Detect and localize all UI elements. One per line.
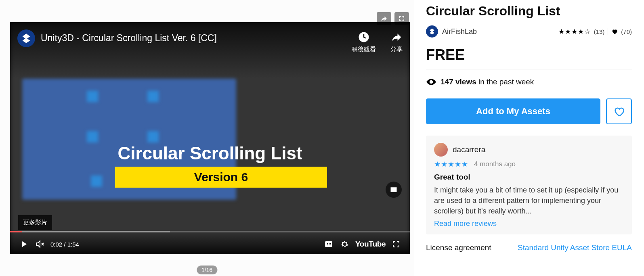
- video-bg-square: [91, 176, 102, 187]
- media-share-button[interactable]: [377, 12, 391, 25]
- divider: [426, 69, 632, 69]
- divider: [608, 28, 608, 35]
- heart-icon: [611, 28, 618, 35]
- review-date: 4 months ago: [474, 160, 516, 168]
- video-bg-square: [147, 131, 159, 142]
- time-display: 0:02 / 1:54: [50, 241, 79, 248]
- more-videos-tag[interactable]: 更多影片: [18, 215, 52, 230]
- license-row: License agreement Standard Unity Asset S…: [426, 243, 632, 252]
- add-to-assets-button[interactable]: Add to My Assets: [426, 98, 600, 124]
- video-bg-square: [147, 91, 159, 102]
- views-count: 147 views: [441, 77, 476, 86]
- settings-button[interactable]: [337, 236, 353, 252]
- captions-button[interactable]: [321, 236, 337, 252]
- video-share-button[interactable]: 分享: [390, 31, 403, 53]
- svg-rect-1: [325, 241, 332, 247]
- video-header: Unity3D - Circular Scrolling List Ver. 6…: [10, 22, 410, 79]
- price: FREE: [426, 46, 632, 63]
- review-avatar[interactable]: [434, 143, 448, 157]
- review-body: It might take you a bit of time to set i…: [434, 185, 624, 216]
- favorite-button[interactable]: [606, 98, 632, 124]
- review-stars: ★★★★★: [434, 160, 468, 169]
- rating-stars[interactable]: ★★★★☆: [558, 27, 591, 36]
- review-card: dacarrera ★★★★★ 4 months ago Great tool …: [426, 136, 632, 234]
- buffered-bar: [10, 231, 170, 232]
- youtube-logo[interactable]: YouTube: [355, 240, 386, 249]
- publisher-name[interactable]: AirFishLab: [442, 27, 477, 36]
- fullscreen-button[interactable]: [388, 236, 404, 252]
- video-overlay-title: Circular Scrolling List: [10, 143, 410, 163]
- media-pager[interactable]: 1/16: [197, 266, 217, 274]
- mute-button[interactable]: [32, 236, 48, 252]
- play-button[interactable]: [16, 236, 32, 252]
- watch-later-button[interactable]: 稍後觀看: [352, 31, 376, 53]
- video-bg-square: [87, 131, 98, 142]
- rating-count: (13): [594, 28, 605, 35]
- license-link[interactable]: Standard Unity Asset Store EULA: [518, 243, 632, 252]
- media-column: Unity3D - Circular Scrolling List Ver. 6…: [0, 0, 414, 276]
- video-title[interactable]: Unity3D - Circular Scrolling List Ver. 6…: [41, 29, 352, 44]
- license-label: License agreement: [426, 243, 491, 252]
- info-column: Circular Scrolling List AirFishLab ★★★★☆…: [414, 0, 644, 276]
- read-more-reviews-link[interactable]: Read more reviews: [434, 220, 497, 228]
- watch-later-label: 稍後觀看: [352, 46, 376, 52]
- pip-button[interactable]: [386, 182, 402, 198]
- publisher-row: AirFishLab ★★★★☆ (13) (70): [426, 25, 632, 38]
- channel-logo[interactable]: [17, 29, 35, 47]
- eye-icon: [426, 77, 436, 87]
- video-player[interactable]: Unity3D - Circular Scrolling List Ver. 6…: [10, 22, 410, 254]
- views-row: 147 views in the past week: [426, 77, 632, 87]
- video-share-label: 分享: [390, 46, 403, 52]
- asset-title: Circular Scrolling List: [426, 4, 632, 18]
- video-bg-square: [87, 91, 98, 102]
- video-version-band: Version 6: [115, 167, 327, 188]
- progress-bar[interactable]: [10, 231, 410, 232]
- review-title: Great tool: [434, 173, 624, 182]
- publisher-logo[interactable]: [426, 25, 438, 38]
- review-user[interactable]: dacarrera: [453, 145, 485, 154]
- favorites-count: (70): [621, 28, 632, 35]
- video-controls: 0:02 / 1:54 YouTube: [10, 231, 410, 254]
- media-expand-button[interactable]: [394, 12, 409, 25]
- views-suffix: in the past week: [478, 77, 534, 86]
